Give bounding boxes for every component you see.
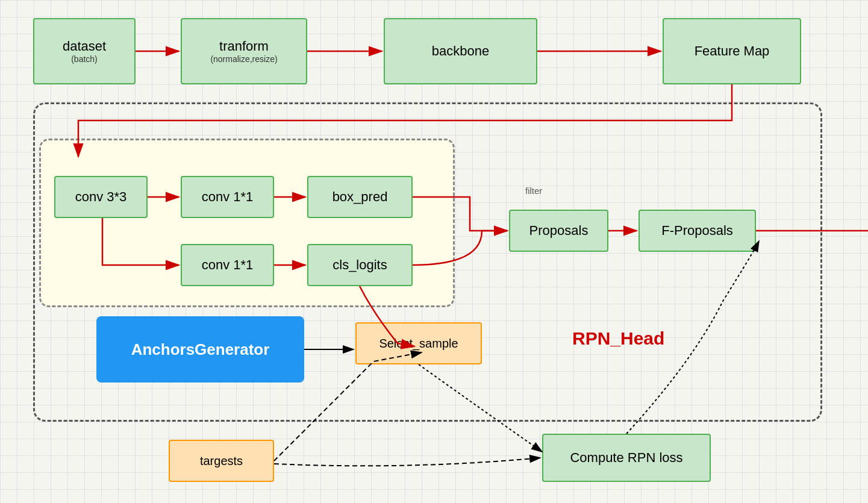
conv3x3-label: conv 3*3 [75, 189, 127, 205]
backbone-box: backbone [384, 18, 537, 84]
rpn-head-label: RPN_Head [572, 328, 664, 349]
anchors-generator-box: AnchorsGenerator [96, 316, 304, 383]
diagram-container: dataset (batch) tranform (normalize,resi… [0, 0, 868, 503]
conv1x1-top-box: conv 1*1 [181, 176, 274, 218]
filter-label: filter [525, 186, 542, 196]
select-sample-label: Select_sample [379, 337, 458, 351]
conv1x1-bot-box: conv 1*1 [181, 244, 274, 286]
featuremap-label: Feature Map [695, 43, 770, 59]
proposals-label: Proposals [529, 223, 589, 239]
anchors-label: AnchorsGenerator [131, 340, 270, 359]
box-pred-label: box_pred [333, 189, 388, 205]
dataset-label: dataset [63, 39, 106, 54]
dataset-box: dataset (batch) [33, 18, 136, 84]
tranform-label: tranform [219, 39, 269, 54]
tranform-subtitle: (normalize,resize) [210, 54, 277, 64]
conv1x1-top-label: conv 1*1 [202, 189, 254, 205]
cls-logits-label: cls_logits [333, 257, 387, 273]
targests-box: targests [169, 440, 274, 482]
cls-logits-box: cls_logits [307, 244, 413, 286]
select-sample-box: Select_sample [355, 322, 482, 364]
box-pred-box: box_pred [307, 176, 413, 218]
backbone-label: backbone [432, 43, 489, 59]
dataset-subtitle: (batch) [71, 54, 98, 64]
proposals-box: Proposals [509, 210, 608, 252]
targests-label: targests [200, 454, 243, 468]
featuremap-box: Feature Map [663, 18, 801, 84]
fproposals-box: F-Proposals [639, 210, 756, 252]
tranform-box: tranform (normalize,resize) [181, 18, 307, 84]
conv3x3-box: conv 3*3 [54, 176, 148, 218]
compute-rpn-label: Compute RPN loss [570, 450, 682, 466]
conv1x1-bot-label: conv 1*1 [202, 257, 254, 273]
fproposals-label: F-Proposals [661, 223, 733, 239]
compute-rpn-box: Compute RPN loss [542, 434, 711, 482]
